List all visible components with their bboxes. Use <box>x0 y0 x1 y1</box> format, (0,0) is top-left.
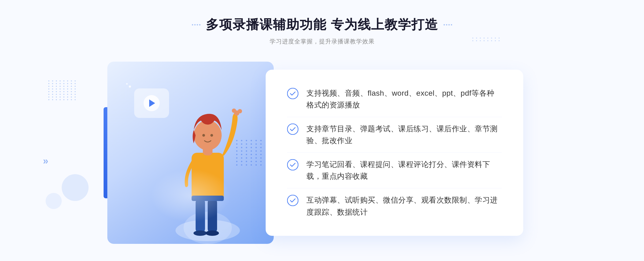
page-subtitle: 学习进度全掌握，提升录播课教学效果 <box>192 38 452 46</box>
svg-point-9 <box>202 134 205 137</box>
feature-item-3: 学习笔记回看、课程提问、课程评论打分、课件资料下载，重点内容收藏 <box>287 156 502 185</box>
divider-1 <box>287 117 502 117</box>
divider-2 <box>287 152 502 153</box>
feature-text-4: 互动弹幕、试听购买、微信分享、观看次数限制、学习进度跟踪、数据统计 <box>306 194 502 218</box>
header-section: 多项录播课辅助功能 专为线上教学打造 学习进度全掌握，提升录播课教学效果 <box>192 16 452 46</box>
play-bubble <box>134 88 169 118</box>
play-icon <box>144 95 160 111</box>
feature-item-1: 支持视频、音频、flash、word、excel、ppt、pdf等各种格式的资源… <box>287 85 502 114</box>
svg-point-15 <box>287 88 298 99</box>
svg-point-12 <box>238 109 242 113</box>
divider-3 <box>287 188 502 188</box>
feature-text-3: 学习笔记回看、课程提问、课程评论打分、课件资料下载，重点内容收藏 <box>306 159 502 183</box>
feature-item-4: 互动弹幕、试听购买、微信分享、观看次数限制、学习进度跟踪、数据统计 <box>287 192 502 221</box>
deco-dots-right <box>472 38 488 54</box>
check-icon-4 <box>287 195 298 206</box>
sparkle-decoration <box>126 83 131 88</box>
check-icon-2 <box>287 124 298 135</box>
svg-point-10 <box>210 134 213 137</box>
page-title: 多项录播课辅助功能 专为线上教学打造 <box>206 16 438 33</box>
feature-text-2: 支持章节目录、弹题考试、课后练习、课后作业、章节测验、批改作业 <box>306 123 502 147</box>
features-card: 支持视频、音频、flash、word、excel、ppt、pdf等各种格式的资源… <box>266 70 523 236</box>
svg-point-18 <box>287 195 298 206</box>
deco-circle-small <box>46 193 62 209</box>
play-triangle <box>149 99 155 107</box>
main-content: 支持视频、音频、flash、word、excel、ppt、pdf等各种格式的资源… <box>107 62 537 244</box>
check-icon-3 <box>287 159 298 170</box>
page-container: » 多项录播课辅助功能 专为线上教学打造 学习进度全掌握，提升录播课教学效果 <box>0 0 644 261</box>
feature-item-2: 支持章节目录、弹题考试、课后练习、课后作业、章节测验、批改作业 <box>287 120 502 150</box>
header-dots-right <box>444 24 452 25</box>
check-icon-1 <box>287 88 298 99</box>
svg-point-16 <box>287 124 298 135</box>
svg-rect-6 <box>192 153 224 201</box>
chevron-icon: » <box>43 155 48 167</box>
svg-rect-3 <box>208 198 217 233</box>
svg-rect-2 <box>196 198 205 233</box>
svg-point-17 <box>287 159 298 170</box>
feature-text-1: 支持视频、音频、flash、word、excel、ppt、pdf等各种格式的资源… <box>306 87 502 111</box>
svg-point-8 <box>194 120 222 150</box>
header-decoration: 多项录播课辅助功能 专为线上教学打造 <box>192 16 452 33</box>
deco-circle-large <box>62 174 89 201</box>
svg-point-4 <box>193 230 207 236</box>
person-illustration <box>165 83 251 244</box>
header-dots-left <box>192 24 200 25</box>
side-accent <box>104 107 107 198</box>
deco-dots-left <box>48 80 80 113</box>
svg-point-5 <box>206 230 219 236</box>
svg-point-13 <box>232 109 236 113</box>
illustration-card <box>107 62 274 244</box>
svg-rect-14 <box>192 196 224 201</box>
